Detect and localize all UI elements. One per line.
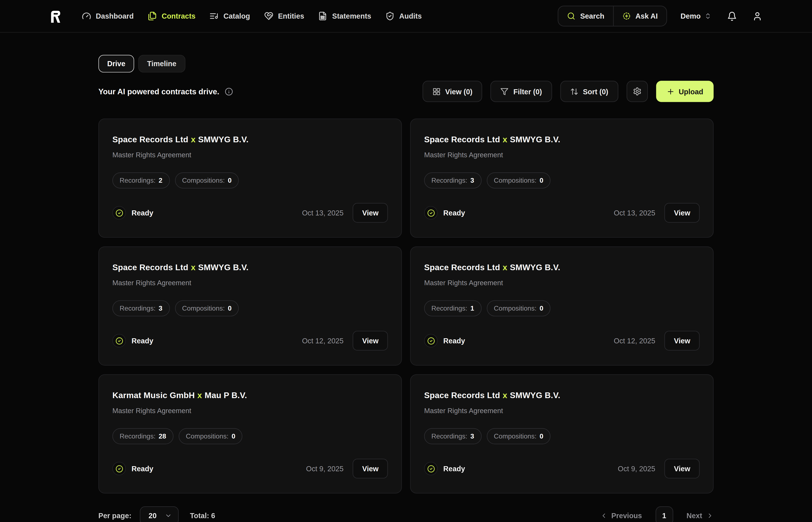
notifications-button[interactable]: [727, 11, 737, 21]
chevron-right-icon: [706, 512, 713, 519]
recordings-count: 2: [159, 177, 162, 184]
nav-item-entities[interactable]: Entities: [264, 12, 304, 21]
ask-ai-button[interactable]: Ask AI: [614, 6, 667, 26]
app-window: Dashboard Contracts Catalog Entities Sta…: [0, 0, 812, 522]
party-b: SMWYG B.V.: [510, 263, 560, 272]
recordings-count: 3: [471, 433, 474, 440]
view-options-button[interactable]: View (0): [422, 81, 482, 102]
count-pills: Recordings:28 Compositions:0: [112, 428, 388, 444]
recordings-count: 28: [159, 433, 166, 440]
recordings-pill: Recordings:28: [112, 428, 173, 444]
count-pills: Recordings:2 Compositions:0: [112, 173, 388, 188]
view-contract-button[interactable]: View: [353, 203, 388, 223]
nav-item-label: Contracts: [162, 12, 195, 20]
shield-check-icon: [385, 12, 395, 21]
logo-r-icon: [49, 9, 62, 23]
connector-x: x: [191, 135, 196, 144]
per-page-select[interactable]: 20: [140, 506, 179, 522]
card-footer: Ready Oct 12, 2025 View: [112, 331, 388, 350]
recordings-pill: Recordings:1: [424, 300, 481, 316]
list-music-icon: [210, 12, 219, 21]
contract-date: Oct 12, 2025: [302, 337, 343, 345]
recordings-pill: Recordings:3: [112, 300, 170, 316]
nav-item-catalog[interactable]: Catalog: [210, 12, 250, 21]
status-text: Ready: [132, 209, 153, 217]
ask-ai-icon: [622, 12, 631, 20]
compositions-count: 0: [540, 177, 543, 184]
count-pills: Recordings:3 Compositions:0: [424, 173, 700, 188]
contract-title: Space Records LtdxSMWYG B.V.: [424, 135, 700, 144]
grid-icon: [432, 87, 440, 96]
view-contract-button[interactable]: View: [353, 459, 388, 479]
status-text: Ready: [443, 209, 465, 217]
compositions-count: 0: [232, 433, 235, 440]
circle-check-icon: [115, 337, 123, 345]
info-icon[interactable]: [225, 87, 233, 96]
connector-x: x: [191, 263, 196, 272]
tab-drive[interactable]: Drive: [98, 55, 134, 73]
sort-button[interactable]: Sort (0): [560, 81, 618, 102]
recordings-pill: Recordings:2: [112, 173, 170, 188]
connector-x: x: [197, 391, 202, 400]
contract-card[interactable]: Space Records LtdxSMWYG B.V. Master Righ…: [410, 375, 714, 494]
agreement-type: Master Rights Agreement: [112, 407, 388, 415]
compositions-pill: Compositions:0: [487, 300, 551, 316]
agreement-type: Master Rights Agreement: [424, 279, 700, 287]
files-icon: [147, 12, 157, 21]
contract-title: Space Records LtdxSMWYG B.V.: [424, 391, 700, 400]
compositions-count: 0: [228, 177, 232, 184]
account-button[interactable]: [752, 11, 762, 21]
previous-page-button[interactable]: Previous: [600, 511, 642, 520]
nav-item-contracts[interactable]: Contracts: [147, 12, 195, 21]
view-contract-button[interactable]: View: [665, 331, 700, 350]
status-badge: Ready: [112, 206, 153, 220]
card-footer: Ready Oct 12, 2025 View: [424, 331, 700, 350]
nav-item-statements[interactable]: Statements: [318, 12, 371, 21]
contract-card[interactable]: Space Records LtdxSMWYG B.V. Master Righ…: [410, 246, 714, 365]
search-ask-ai-group: Search Ask AI: [558, 6, 667, 26]
tab-timeline[interactable]: Timeline: [138, 55, 185, 73]
app-logo[interactable]: [49, 9, 62, 23]
search-button[interactable]: Search: [558, 6, 613, 26]
gauge-icon: [82, 12, 91, 21]
agreement-type: Master Rights Agreement: [112, 151, 388, 159]
connector-x: x: [503, 391, 507, 400]
org-switcher[interactable]: Demo: [680, 12, 712, 20]
current-page-button[interactable]: 1: [655, 506, 673, 522]
contract-title: Space Records LtdxSMWYG B.V.: [112, 135, 388, 144]
circle-check-icon: [115, 209, 123, 217]
compositions-count: 0: [540, 433, 543, 440]
view-contract-button[interactable]: View: [353, 331, 388, 350]
view-contract-button[interactable]: View: [665, 203, 700, 223]
org-name: Demo: [680, 12, 700, 20]
contract-date: Oct 13, 2025: [614, 209, 655, 217]
contract-card[interactable]: Space Records LtdxSMWYG B.V. Master Righ…: [98, 119, 402, 238]
contract-date: Oct 9, 2025: [618, 464, 655, 473]
contract-title: Space Records LtdxSMWYG B.V.: [424, 263, 700, 272]
nav-right-cluster: Search Ask AI Demo: [558, 6, 762, 26]
party-a: Space Records Ltd: [424, 391, 500, 400]
view-contract-button[interactable]: View: [665, 459, 700, 479]
nav-item-audits[interactable]: Audits: [385, 12, 422, 21]
count-pills: Recordings:1 Compositions:0: [424, 300, 700, 316]
chevron-down-icon: [164, 512, 172, 519]
funnel-icon: [500, 87, 509, 96]
recordings-pill: Recordings:3: [424, 428, 481, 444]
filter-button[interactable]: Filter (0): [491, 81, 552, 102]
contract-title: Karmat Music GmbHxMau P B.V.: [112, 391, 388, 400]
status-icon-wrap: [424, 462, 438, 475]
upload-button[interactable]: Upload: [656, 81, 714, 102]
contract-card[interactable]: Karmat Music GmbHxMau P B.V. Master Righ…: [98, 375, 402, 494]
contract-card[interactable]: Space Records LtdxSMWYG B.V. Master Righ…: [410, 119, 714, 238]
status-badge: Ready: [424, 334, 465, 347]
circle-check-icon: [427, 465, 435, 473]
settings-button[interactable]: [626, 81, 648, 102]
recordings-count: 3: [471, 177, 474, 184]
status-icon-wrap: [112, 206, 126, 220]
party-a: Space Records Ltd: [112, 263, 188, 272]
compositions-pill: Compositions:0: [487, 173, 551, 188]
next-page-button[interactable]: Next: [687, 511, 713, 520]
contract-card[interactable]: Space Records LtdxSMWYG B.V. Master Righ…: [98, 246, 402, 365]
nav-item-dashboard[interactable]: Dashboard: [82, 12, 134, 21]
status-badge: Ready: [424, 462, 465, 475]
